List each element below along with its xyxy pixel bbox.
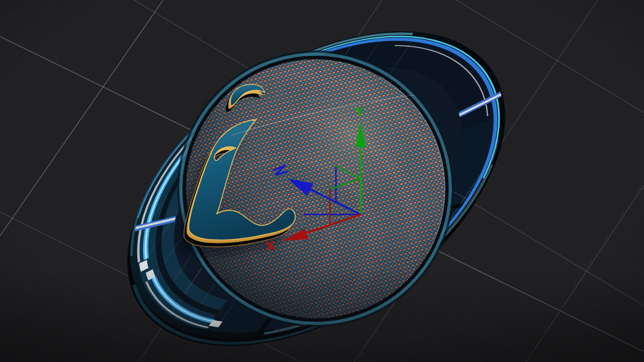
scene-canvas: Y X bbox=[0, 0, 644, 362]
vignette bbox=[0, 0, 644, 362]
viewport-3d[interactable]: Y X Z bbox=[0, 0, 644, 362]
